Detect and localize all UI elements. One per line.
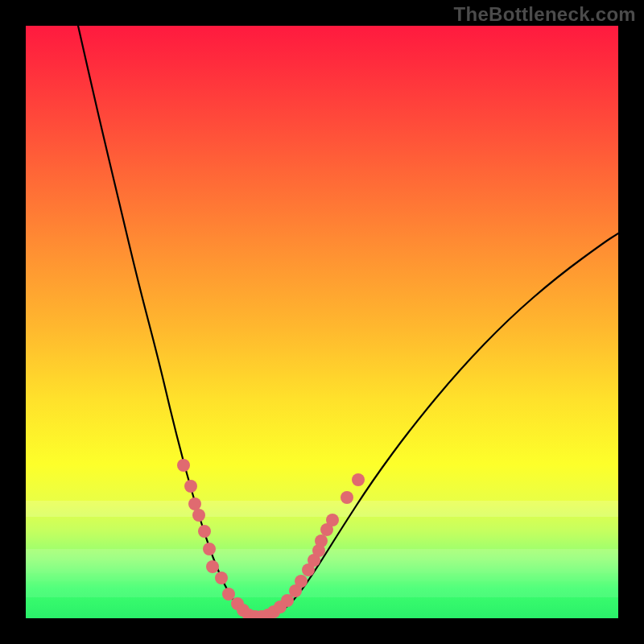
data-marker [192, 509, 205, 522]
data-markers [177, 459, 365, 618]
data-marker [198, 525, 211, 538]
plot-area [26, 26, 618, 618]
chart-stage: TheBottleneck.com [0, 0, 644, 644]
data-marker [206, 560, 219, 573]
data-marker [315, 535, 328, 547]
data-marker [326, 514, 339, 526]
data-marker [352, 473, 365, 486]
data-marker [203, 543, 216, 555]
data-marker [177, 459, 190, 472]
data-marker [222, 588, 235, 601]
watermark-text: TheBottleneck.com [454, 3, 636, 26]
bottleneck-curve-path [78, 26, 618, 618]
data-marker [184, 480, 197, 493]
bottleneck-curve [78, 26, 618, 618]
data-marker [215, 572, 228, 584]
curve-layer [26, 26, 618, 618]
data-marker [295, 575, 308, 588]
data-marker [341, 491, 353, 504]
data-marker [188, 497, 201, 510]
